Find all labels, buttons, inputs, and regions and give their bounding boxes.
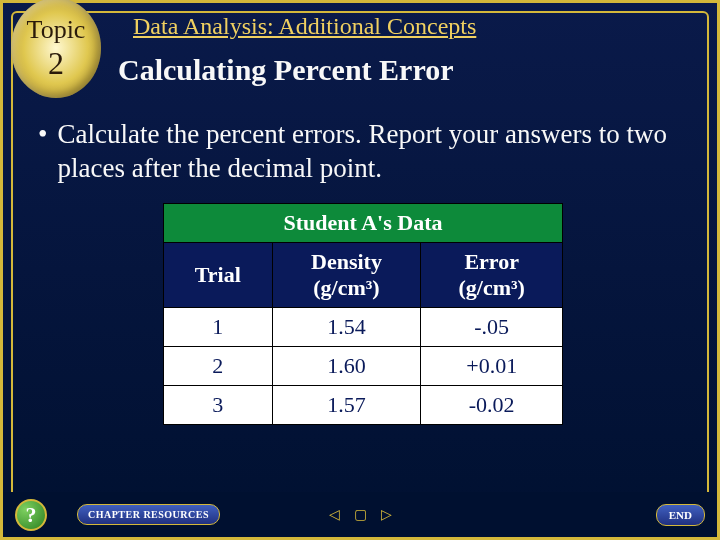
help-icon[interactable]: ? [15,499,47,531]
next-icon[interactable]: ▷ [376,505,396,525]
slide-heading: Calculating Percent Error [118,53,453,87]
col-error: Error (g/cm³) [421,243,563,308]
prev-icon[interactable]: ◁ [324,505,344,525]
col-density: Density (g/cm³) [272,243,421,308]
stop-icon[interactable]: ▢ [350,505,370,525]
bullet-marker: • [38,118,47,186]
data-table: Student A's Data Trial Density (g/cm³) E… [163,203,563,425]
footer-bar: ? CHAPTER RESOURCES ◁ ▢ ▷ END [3,492,717,537]
nav-controls: ◁ ▢ ▷ [324,505,396,525]
table-title: Student A's Data [164,204,563,243]
table-row: 2 1.60 +0.01 [164,347,563,386]
end-button[interactable]: END [656,504,705,526]
slide-title: Data Analysis: Additional Concepts [133,13,476,40]
table-row: 3 1.57 -0.02 [164,386,563,425]
chapter-resources-button[interactable]: CHAPTER RESOURCES [77,504,220,525]
table-row: 1 1.54 -.05 [164,308,563,347]
topic-badge: Topic 2 [11,0,101,98]
bullet-item: • Calculate the percent errors. Report y… [38,118,682,186]
col-trial: Trial [164,243,273,308]
topic-label: Topic [27,15,86,45]
topic-number: 2 [48,45,64,82]
bullet-content: Calculate the percent errors. Report you… [57,118,682,186]
slide-frame: Topic 2 Data Analysis: Additional Concep… [0,0,720,540]
